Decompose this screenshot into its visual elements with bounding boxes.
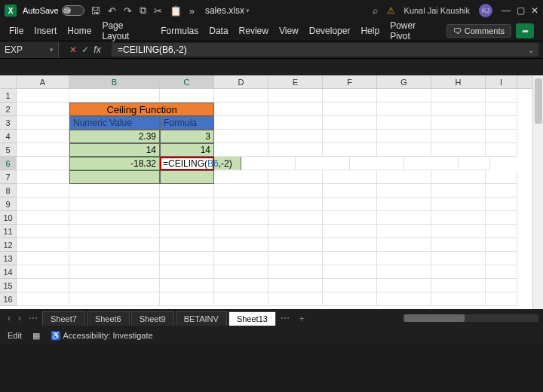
cell[interactable] <box>323 143 377 157</box>
cell[interactable] <box>323 198 377 211</box>
cell[interactable] <box>160 211 214 225</box>
cell[interactable] <box>160 252 214 265</box>
cell[interactable] <box>214 292 268 306</box>
cell[interactable] <box>214 143 268 157</box>
cell[interactable] <box>431 198 486 211</box>
cell[interactable] <box>160 198 214 211</box>
sheet-tab[interactable]: Sheet9 <box>131 311 174 326</box>
table-header[interactable]: Numeric Value <box>69 116 160 130</box>
cell[interactable] <box>431 211 486 225</box>
cell[interactable] <box>431 225 486 238</box>
tab-home[interactable]: Home <box>67 26 91 36</box>
row-header[interactable]: 8 <box>0 184 17 198</box>
filename[interactable]: sales.xlsx▾ <box>205 5 250 16</box>
cell[interactable] <box>377 116 431 130</box>
tab-developer[interactable]: Developer <box>309 26 351 36</box>
cell[interactable] <box>486 116 517 130</box>
cell[interactable] <box>69 170 160 184</box>
cell[interactable] <box>377 292 431 306</box>
cell[interactable] <box>377 103 431 116</box>
cell[interactable] <box>323 184 377 198</box>
warning-icon[interactable]: ⚠ <box>387 5 395 16</box>
share-button[interactable]: ➦ <box>516 23 534 38</box>
sheet-nav-more[interactable]: ⋯ <box>26 313 41 323</box>
worksheet-grid[interactable]: A B C D E F G H I 12Ceiling Function3Num… <box>0 75 543 309</box>
tab-power-pivot[interactable]: Power Pivot <box>390 20 436 41</box>
cell[interactable] <box>431 184 486 198</box>
cell[interactable] <box>486 265 517 279</box>
cell[interactable] <box>431 130 486 143</box>
row-header[interactable]: 6 <box>0 157 17 170</box>
cell[interactable] <box>323 279 377 292</box>
cell[interactable] <box>323 170 377 184</box>
fx-icon[interactable]: fx <box>94 44 100 55</box>
cell[interactable]: 14 <box>69 143 160 157</box>
col-header[interactable]: B <box>69 75 160 88</box>
cell[interactable] <box>69 252 160 265</box>
cell[interactable] <box>160 89 214 103</box>
cell[interactable] <box>241 157 296 170</box>
cell[interactable] <box>268 279 323 292</box>
cell[interactable] <box>69 265 160 279</box>
cell[interactable] <box>17 116 69 130</box>
sheet-tab[interactable]: Sheet7 <box>42 311 85 326</box>
sheet-overflow-icon[interactable]: ⋯ <box>278 313 293 323</box>
cut-icon[interactable]: ✂ <box>154 5 162 17</box>
cell[interactable] <box>214 130 268 143</box>
cell[interactable] <box>268 116 323 130</box>
name-box[interactable]: EXP▾ <box>0 41 59 58</box>
cell[interactable] <box>486 252 517 265</box>
cell[interactable] <box>431 265 486 279</box>
col-header[interactable]: F <box>323 75 377 88</box>
cell[interactable] <box>268 143 323 157</box>
cell[interactable] <box>17 157 69 170</box>
cell[interactable] <box>17 170 69 184</box>
user-name[interactable]: Kunal Jai Kaushik <box>404 6 470 15</box>
select-all-corner[interactable] <box>0 75 17 88</box>
accessibility-status[interactable]: ♿ Accessibility: Investigate <box>51 331 153 341</box>
row-header[interactable]: 2 <box>0 103 17 116</box>
table-title[interactable]: Ceiling Function <box>69 103 214 116</box>
cell[interactable] <box>377 252 431 265</box>
cell[interactable] <box>323 252 377 265</box>
cell[interactable] <box>17 211 69 225</box>
col-header[interactable]: E <box>268 75 323 88</box>
cell[interactable] <box>160 265 214 279</box>
cell[interactable] <box>486 238 517 252</box>
cell[interactable] <box>377 279 431 292</box>
cell[interactable] <box>486 292 517 306</box>
cell[interactable] <box>486 225 517 238</box>
cell[interactable] <box>377 211 431 225</box>
cell[interactable] <box>214 170 268 184</box>
cell[interactable] <box>431 238 486 252</box>
cell[interactable] <box>214 89 268 103</box>
row-header[interactable]: 5 <box>0 143 17 157</box>
col-header[interactable]: G <box>377 75 431 88</box>
cell[interactable] <box>323 89 377 103</box>
cell[interactable] <box>431 116 486 130</box>
cell[interactable] <box>323 103 377 116</box>
cell[interactable] <box>17 225 69 238</box>
formula-bar[interactable]: =CEILING(B6,-2) ⌄ <box>112 43 538 57</box>
cell[interactable] <box>17 143 69 157</box>
cell[interactable] <box>17 198 69 211</box>
cancel-edit-icon[interactable]: ✕ <box>69 44 77 55</box>
cell[interactable] <box>69 225 160 238</box>
cell[interactable] <box>486 211 517 225</box>
tab-review[interactable]: Review <box>239 26 268 36</box>
cell[interactable] <box>69 211 160 225</box>
cell[interactable] <box>268 103 323 116</box>
tab-view[interactable]: View <box>279 26 299 36</box>
referenced-cell-b6[interactable]: -18.32 <box>69 157 160 170</box>
cell[interactable] <box>486 198 517 211</box>
cell[interactable] <box>268 265 323 279</box>
row-header[interactable]: 12 <box>0 238 17 252</box>
cell[interactable] <box>69 292 160 306</box>
cell[interactable] <box>377 225 431 238</box>
cell[interactable] <box>404 157 459 170</box>
cell[interactable] <box>486 143 517 157</box>
cell[interactable]: 3 <box>160 130 214 143</box>
cell[interactable] <box>377 143 431 157</box>
maximize-button[interactable]: ▢ <box>517 5 525 16</box>
vertical-scrollbar[interactable] <box>532 75 543 309</box>
